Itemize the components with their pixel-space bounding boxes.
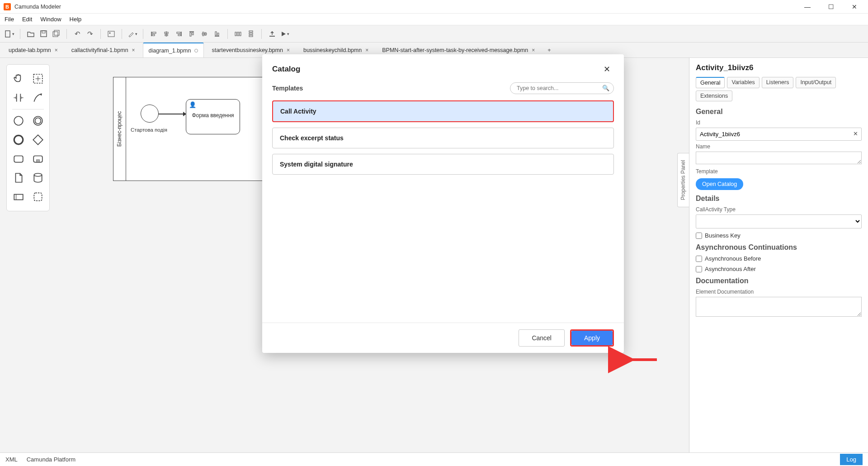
svg-rect-50	[34, 193, 42, 200]
status-xml[interactable]: XML	[5, 456, 18, 463]
svg-point-39	[35, 118, 41, 124]
tab-label: BPMN-start-after-system-task-by-received…	[382, 47, 528, 53]
plus-icon: +	[547, 47, 551, 53]
tab-general[interactable]: General	[696, 77, 725, 88]
distribute-v-icon[interactable]	[246, 29, 256, 39]
async-before-checkbox[interactable]	[696, 256, 702, 262]
align-center-v-icon[interactable]	[199, 29, 209, 39]
tab-variables[interactable]: Variables	[727, 77, 759, 88]
align-bottom-icon[interactable]	[212, 29, 222, 39]
business-key-checkbox[interactable]	[696, 233, 702, 239]
tab-extensions[interactable]: Extensions	[696, 90, 732, 101]
svg-rect-27	[240, 32, 241, 36]
tab-input-output[interactable]: Input/Output	[796, 77, 836, 88]
close-icon[interactable]: ✕	[848, 3, 861, 10]
pool-label: Бізнес-процес	[117, 111, 123, 147]
distribute-h-icon[interactable]	[233, 29, 243, 39]
tab-2[interactable]: diagram_1.bpmn	[143, 43, 204, 57]
app-icon: B	[4, 3, 11, 10]
svg-rect-14	[177, 32, 180, 33]
tab-dirty-icon	[194, 49, 198, 52]
redo-icon[interactable]: ↷	[85, 29, 95, 39]
menu-file[interactable]: File	[5, 16, 14, 23]
menu-window[interactable]: Window	[40, 16, 61, 23]
undo-icon[interactable]: ↶	[72, 29, 82, 39]
tab-close-icon[interactable]: ×	[532, 47, 535, 53]
space-tool-icon[interactable]	[12, 91, 25, 105]
bpmn-pool[interactable]: Бізнес-процес Стартова подія 👤 Форма вве…	[113, 77, 411, 181]
canvas[interactable]: Бізнес-процес Стартова подія 👤 Форма вве…	[56, 64, 689, 446]
start-event-icon[interactable]	[12, 114, 25, 128]
user-task[interactable]: 👤 Форма введення	[186, 99, 240, 134]
task-icon[interactable]	[12, 152, 25, 166]
id-field[interactable]	[696, 128, 862, 141]
tab-close-icon[interactable]: ×	[55, 47, 58, 53]
tab-close-icon[interactable]: ×	[365, 47, 368, 53]
intermediate-event-icon[interactable]	[31, 114, 45, 128]
new-file-icon[interactable]	[5, 29, 14, 39]
tab-label: bussineskeychild.bpmn	[303, 47, 362, 53]
titlebar: B Camunda Modeler — ☐ ✕	[0, 0, 868, 14]
connect-tool-icon[interactable]	[31, 91, 45, 105]
deploy-icon[interactable]	[267, 29, 277, 39]
svg-rect-42	[14, 156, 23, 162]
template-label: Template	[696, 168, 862, 175]
toolbar: ↶ ↷	[0, 25, 868, 43]
tab-4[interactable]: bussineskeychild.bpmn×	[297, 43, 374, 57]
async-after-label: Asynchronous After	[705, 266, 756, 272]
align-center-h-icon[interactable]	[161, 29, 171, 39]
properties-panel: Activity_1biivz6 General Variables Liste…	[689, 58, 868, 452]
open-icon[interactable]	[26, 29, 36, 39]
save-all-icon[interactable]	[51, 29, 61, 39]
save-icon[interactable]	[38, 29, 48, 39]
end-event-icon[interactable]	[12, 133, 25, 147]
start-event[interactable]	[141, 105, 159, 123]
data-object-icon[interactable]	[12, 171, 25, 185]
tab-label: callactivityfinal-1.bpmn	[71, 47, 128, 53]
open-catalog-button[interactable]: Open Catalog	[696, 178, 743, 190]
align-left-icon[interactable]	[149, 29, 159, 39]
image-icon[interactable]	[106, 29, 116, 39]
tab-listeners[interactable]: Listeners	[762, 77, 794, 88]
status-platform[interactable]: Camunda Platform	[27, 456, 75, 463]
tab-0[interactable]: update-lab.bpmn×	[3, 43, 64, 57]
name-field[interactable]	[696, 152, 862, 164]
hand-tool-icon[interactable]	[12, 72, 25, 86]
properties-panel-toggle[interactable]: Properties Panel	[677, 153, 689, 207]
minimize-icon[interactable]: —	[801, 3, 814, 10]
menu-edit[interactable]: Edit	[22, 16, 32, 23]
async-after-checkbox[interactable]	[696, 266, 702, 272]
tab-close-icon[interactable]: ×	[287, 47, 290, 53]
clear-icon[interactable]: ✕	[853, 130, 858, 137]
annotation-arrow-icon	[626, 354, 653, 365]
log-button[interactable]: Log	[840, 454, 863, 465]
menu-help[interactable]: Help	[70, 16, 82, 23]
pool-icon[interactable]	[12, 190, 25, 204]
pool-header[interactable]: Бізнес-процес	[113, 77, 126, 181]
doc-field[interactable]	[696, 297, 862, 317]
subprocess-icon[interactable]	[31, 152, 45, 166]
tab-add[interactable]: +	[542, 43, 556, 57]
group-icon[interactable]	[31, 190, 45, 204]
run-icon[interactable]	[280, 29, 290, 39]
tab-1[interactable]: callactivityfinal-1.bpmn×	[66, 43, 141, 57]
gateway-icon[interactable]	[31, 133, 45, 147]
color-icon[interactable]	[127, 29, 137, 39]
align-right-icon[interactable]	[174, 29, 184, 39]
tab-5[interactable]: BPMN-start-after-system-task-by-received…	[376, 43, 541, 57]
tab-close-icon[interactable]: ×	[132, 47, 135, 53]
palette	[6, 64, 50, 211]
tab-label: update-lab.bpmn	[9, 47, 51, 53]
maximize-icon[interactable]: ☐	[825, 3, 837, 10]
data-store-icon[interactable]	[31, 171, 45, 185]
callactivity-type-select[interactable]	[696, 214, 862, 228]
svg-rect-23	[215, 32, 217, 35]
properties-title: Activity_1biivz6	[696, 63, 862, 72]
status-bar: XML Camunda Platform Log	[0, 452, 868, 466]
tab-3[interactable]: starteventbussineskey.bpmn×	[206, 43, 296, 57]
svg-rect-4	[54, 30, 59, 35]
align-top-icon[interactable]	[187, 29, 197, 39]
lasso-tool-icon[interactable]	[31, 72, 45, 86]
sequence-flow[interactable]	[159, 114, 186, 114]
user-icon: 👤	[189, 101, 196, 108]
